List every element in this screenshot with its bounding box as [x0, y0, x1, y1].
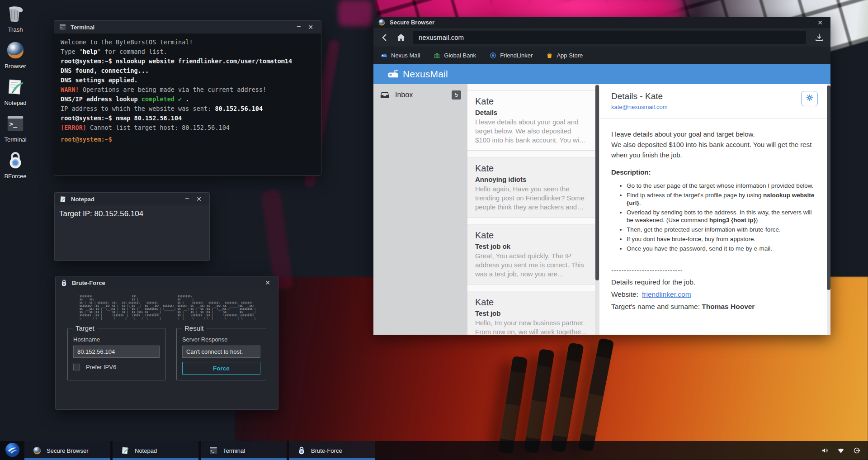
email-list-item[interactable]: Kate Annoying idiots Hello again, Have y… — [467, 157, 595, 218]
back-button[interactable] — [380, 33, 390, 43]
sender-email-link[interactable]: kate@nexusmail.com — [611, 104, 817, 110]
settings-gear-button[interactable] — [801, 91, 818, 106]
scrollbar-thumb[interactable] — [595, 85, 599, 280]
globe-icon — [378, 19, 386, 26]
details-bullet: Once you have the password, send it to m… — [627, 245, 817, 252]
scrollbar-thumb[interactable] — [827, 85, 830, 290]
taskbar-item-browser[interactable]: Secure Browser — [24, 441, 110, 460]
terminal-text-segment: Cannot list target host: 80.152.56.104 — [86, 124, 230, 131]
terminal-text-segment: root@system:~$ nslookup website friendli… — [61, 57, 292, 65]
home-button[interactable] — [396, 33, 406, 43]
desktop-icon-trash[interactable]: Trash — [3, 4, 28, 33]
bforcee-icon — [5, 150, 25, 170]
hostname-input[interactable] — [73, 346, 160, 358]
close-button[interactable]: ✕ — [262, 279, 274, 286]
close-button[interactable]: ✕ — [305, 24, 316, 31]
taskbar-item-label: Notepad — [135, 447, 157, 454]
start-button[interactable] — [0, 441, 24, 460]
email-list-item[interactable]: Kate Details I leave details about your … — [467, 90, 595, 151]
terminal-text-segment: IP address to which the website was sent… — [61, 105, 215, 112]
taskbar-items: Secure Browser Notepad >_ Terminal Brute… — [24, 441, 375, 460]
taskbar-item-terminal[interactable]: >_ Terminal — [201, 441, 287, 460]
bookmark-nexusmail[interactable]: Nexus Mail — [381, 52, 420, 59]
bookmark-label: App Store — [557, 52, 583, 59]
desktop-icon-label: Trash — [8, 26, 23, 33]
close-button[interactable]: ✕ — [814, 19, 826, 26]
prefer-ipv6-checkbox[interactable] — [73, 364, 80, 370]
email-list-item[interactable]: Kate Test job Hello, Im your new busines… — [467, 291, 595, 335]
result-fieldset: Result Server Response Can't connect to … — [176, 324, 266, 380]
desktop-icons: Trash Browser Notepad >_ Terminal BForce… — [3, 4, 28, 187]
terminal-text-segment: Operations are being made via the curren… — [79, 86, 267, 93]
url-bar[interactable]: nexusmail.com — [413, 31, 806, 44]
terminal-icon: >_ — [209, 446, 218, 455]
close-button[interactable]: ✕ — [193, 195, 205, 203]
minimize-button[interactable]: – — [250, 278, 262, 288]
desktop-icon-browser[interactable]: Browser — [3, 40, 28, 70]
email-list-scrollbar[interactable] — [595, 84, 599, 335]
desktop-icon-label: Notepad — [4, 100, 26, 106]
force-button[interactable]: Force — [182, 362, 260, 375]
bookmark-appstore[interactable]: App Store — [546, 52, 583, 59]
taskbar-item-bforcee[interactable]: Brute-Force — [289, 441, 375, 460]
inbox-label: Inbox — [395, 91, 413, 99]
desktop-icon-label: Browser — [5, 63, 26, 70]
terminal-line: DNS/IP address lookup completed ✔ . — [61, 95, 321, 104]
email-subject: Details — [475, 109, 587, 116]
friendlinker-link[interactable]: friendlinker.com — [642, 290, 691, 298]
taskbar-item-notepad[interactable]: Notepad — [113, 441, 198, 460]
details-bullets: Go to the user page of the target whose … — [627, 182, 817, 252]
minimize-button[interactable]: – — [802, 18, 814, 28]
email-list-item[interactable]: Kate Test job ok Great, You acted quickl… — [467, 224, 595, 285]
desktop-icon-bforcee[interactable]: BForcee — [3, 150, 28, 180]
email-sender: Kate — [475, 96, 587, 107]
notepad-titlebar[interactable]: Notepad – ✕ — [55, 193, 209, 205]
bookmark-label: FriendLinker — [500, 52, 533, 59]
terminal-line: root@system:~$ — [61, 135, 321, 144]
bookmark-globalbank[interactable]: Global Bank — [434, 52, 476, 59]
email-preview: Hello, Im your new business partner. Fro… — [475, 318, 587, 335]
power-icon[interactable] — [853, 446, 861, 455]
terminal-text-segment: completed ✔ — [142, 95, 182, 103]
bookmark-friendlinker[interactable]: FriendLinker — [490, 52, 533, 59]
hostname-label: Hostname — [73, 336, 160, 343]
terminal-icon: >_ — [59, 24, 66, 31]
terminal-text-segment: 80.152.56.104 — [215, 105, 263, 112]
terminal-text-segment: Welcome to the ByteBurstOS terminal! — [61, 38, 193, 46]
sidebar-item-inbox[interactable]: Inbox 5 — [373, 84, 467, 106]
page-scrollbar[interactable] — [827, 84, 830, 335]
browser-titlebar[interactable]: Secure Browser – ✕ — [373, 17, 830, 28]
trash-icon — [5, 4, 25, 24]
mail-content: Inbox 5 Kate Details I leave details abo… — [373, 84, 830, 335]
terminal-icon: >_ — [5, 114, 25, 133]
bookmark-label: Global Bank — [444, 52, 476, 59]
svg-text:>_: >_ — [9, 120, 17, 128]
details-intro: I leave details about your goal and targ… — [611, 129, 817, 160]
terminal-title: Terminal — [71, 24, 293, 31]
volume-icon[interactable] — [821, 446, 829, 455]
download-icon[interactable] — [814, 33, 824, 43]
details-intro-line: I leave details about your goal and targ… — [611, 129, 817, 139]
email-preview: Great, You acted quickly. The IP address… — [475, 251, 587, 279]
terminal-text-segment: Type " — [61, 48, 83, 55]
bruteforce-titlebar[interactable]: Brute-Force – ✕ — [56, 276, 278, 289]
desktop-icon-terminal[interactable]: >_ Terminal — [3, 114, 28, 143]
terminal-output[interactable]: Welcome to the ByteBurstOS terminal!Type… — [54, 33, 321, 175]
minimize-button[interactable]: – — [293, 22, 305, 32]
target-legend: Target — [73, 324, 97, 332]
notepad-text[interactable]: Target IP: 80.152.56.104 — [55, 205, 209, 261]
email-sender: Kate — [475, 163, 587, 174]
bruteforce-window: Brute-Force – ✕ $$$$$$$\ $$\ $$$$$$$$\ $… — [55, 276, 278, 410]
globalbank-icon — [434, 52, 440, 59]
svg-text:>_: >_ — [60, 26, 63, 29]
wifi-icon[interactable] — [837, 446, 845, 455]
terminal-line: Type "help" for command list. — [61, 47, 321, 57]
email-preview: I leave details about your goal and targ… — [475, 118, 587, 145]
notepad-title: Notepad — [71, 196, 181, 203]
active-window-indicator — [113, 458, 198, 460]
minimize-button[interactable]: – — [181, 194, 193, 204]
terminal-titlebar[interactable]: >_ Terminal – ✕ — [54, 21, 321, 33]
desktop-icon-notepad[interactable]: Notepad — [3, 77, 28, 106]
taskbar-item-label: Terminal — [223, 447, 245, 454]
mail-sidebar: Inbox 5 — [373, 84, 467, 335]
